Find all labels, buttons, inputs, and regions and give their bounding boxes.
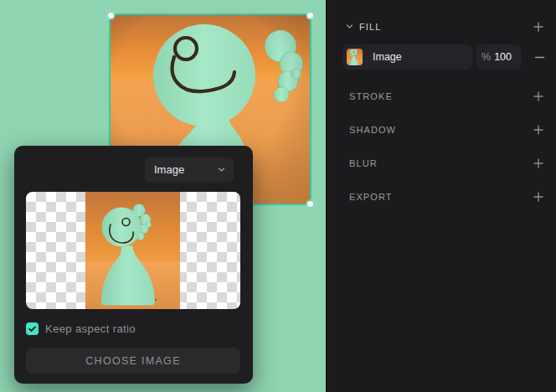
image-fill-popup: Image Keep aspect ratio CHOOSE IMAGE [14,146,253,384]
fill-opacity-input[interactable]: % 100 [476,44,522,70]
keep-aspect-ratio-row: Keep aspect ratio [26,321,136,336]
image-preview [26,192,240,309]
add-blur-plus-icon[interactable] [532,157,545,170]
fill-section-label: FILL [359,22,381,32]
chevron-down-icon [217,165,226,174]
fill-entry-main[interactable]: Image [342,44,473,70]
checkmark-icon [28,324,37,333]
add-stroke-plus-icon[interactable] [532,90,545,103]
fill-opacity-value: 100 [494,51,512,63]
fill-type-dropdown[interactable]: Image [145,157,234,182]
fill-type-dropdown-value: Image [154,163,217,176]
blur-section-label: BLUR [349,158,378,168]
keep-aspect-ratio-checkbox[interactable] [26,322,39,335]
fill-collapse-chevron-down-icon[interactable] [345,22,354,31]
export-section-label: EXPORT [349,192,393,202]
stroke-section-label: STROKE [349,91,393,101]
selection-handle-bottom-right[interactable] [306,200,314,208]
selection-handle-top-right[interactable] [306,12,314,19]
remove-fill-minus-icon[interactable] [533,50,546,64]
keep-aspect-ratio-label: Keep aspect ratio [45,322,136,335]
app-window: FILL Image % 100 STROKE SHADOW [0,0,556,392]
add-fill-plus-icon[interactable] [532,20,545,34]
fill-entry: Image % 100 [342,44,547,70]
add-shadow-plus-icon[interactable] [532,123,545,137]
fill-type-label: Image [373,51,402,63]
choose-image-button[interactable]: CHOOSE IMAGE [26,348,240,374]
design-properties-panel: FILL Image % 100 STROKE SHADOW [326,0,556,392]
shadow-section-label: SHADOW [349,125,396,135]
image-preview-picture [85,192,180,309]
image-fill-thumbnail[interactable] [347,49,363,65]
add-export-plus-icon[interactable] [532,190,545,204]
selection-handle-top-left[interactable] [107,12,115,19]
percent-symbol: % [481,51,491,63]
